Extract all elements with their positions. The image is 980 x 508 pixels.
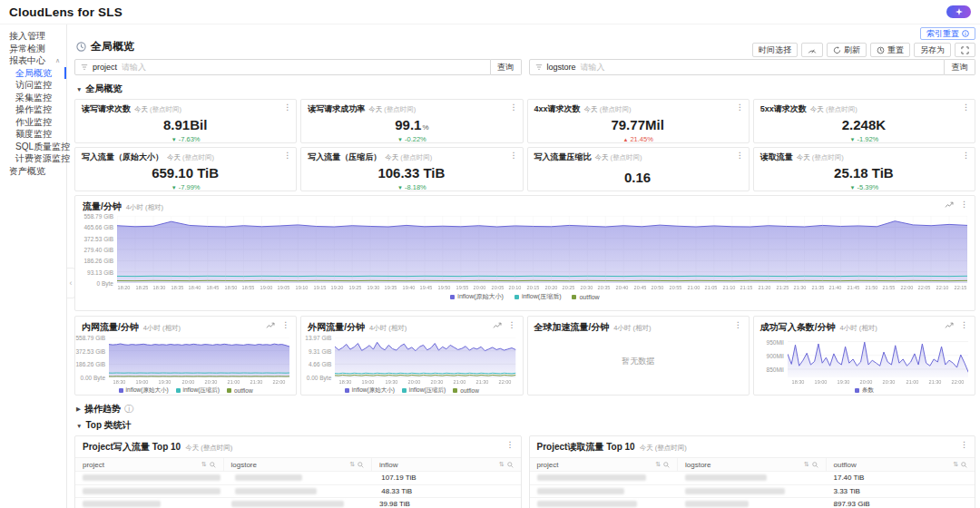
- sidebar-item-label: 接入管理: [9, 31, 45, 41]
- sidebar-item-操作监控[interactable]: 操作监控: [0, 103, 66, 116]
- project-search-button[interactable]: 查询: [491, 59, 522, 75]
- sidebar-item-接入管理[interactable]: 接入管理: [0, 30, 66, 43]
- drilldown-icon[interactable]: [266, 322, 275, 329]
- column-header-project[interactable]: project⇅: [75, 458, 224, 471]
- legend-item[interactable]: inflow(压缩后): [176, 386, 220, 395]
- column-search-icon[interactable]: [663, 462, 670, 468]
- index-reset-button[interactable]: 索引重置: [920, 27, 975, 40]
- more-icon[interactable]: ⋮: [510, 103, 518, 112]
- sort-icon[interactable]: ⇅: [953, 461, 958, 468]
- column-header-logstore[interactable]: logstore⇅: [678, 458, 827, 471]
- more-icon[interactable]: ⋮: [506, 441, 514, 449]
- more-icon[interactable]: ⋮: [508, 321, 516, 329]
- table-row[interactable]: 39.98 TiB: [75, 497, 521, 508]
- sidebar-item-SQL质量监控[interactable]: SQL质量监控: [0, 141, 66, 153]
- main-content: 全局概览 索引重置 时间选择 刷新: [67, 24, 980, 508]
- legend-item[interactable]: inflow(原始大小): [450, 292, 504, 301]
- more-icon[interactable]: ⋮: [960, 441, 968, 449]
- column-search-icon[interactable]: [210, 462, 216, 468]
- sidebar-item-采集监控[interactable]: 采集监控: [0, 92, 66, 104]
- auto-refresh-gauge-button[interactable]: [801, 43, 823, 57]
- sidebar-item-额度监控[interactable]: 额度监控: [0, 128, 66, 141]
- more-icon[interactable]: ⋮: [960, 321, 968, 329]
- sort-icon[interactable]: ⇅: [804, 461, 809, 468]
- section-overview[interactable]: ▼ 全局概览: [76, 83, 975, 95]
- drilldown-icon[interactable]: [493, 322, 502, 329]
- chart-legend: inflow(原始大小)inflow(压缩后)outflow: [308, 386, 515, 395]
- legend-item[interactable]: inflow(原始大小): [119, 386, 169, 395]
- metric-period: 今天 (整点时间): [385, 153, 432, 162]
- section-top-stats[interactable]: ▼ Top 类统计: [76, 419, 975, 432]
- y-tick-label: 13.97 GiB: [305, 335, 331, 341]
- sidebar-item-报表中心[interactable]: 报表中心∧: [0, 54, 66, 67]
- legend-label: outflow: [234, 387, 253, 394]
- column-search-icon[interactable]: [358, 462, 364, 468]
- reset-button[interactable]: 重置: [870, 43, 910, 57]
- x-tick-label: 19:20: [331, 285, 344, 290]
- logstore-filter-input[interactable]: logstore 请输入: [529, 59, 946, 75]
- x-tick-label: 19:30: [367, 285, 379, 290]
- legend-item[interactable]: inflow(压缩后): [402, 386, 446, 395]
- sort-icon[interactable]: ⇅: [349, 461, 355, 468]
- column-search-icon[interactable]: [961, 462, 967, 468]
- table-row[interactable]: 3.33 TiB: [530, 484, 975, 498]
- drilldown-icon[interactable]: [945, 322, 954, 329]
- column-header-outflow[interactable]: outflow⇅: [827, 458, 975, 471]
- sidebar-item-计费资源监控[interactable]: 计费资源监控: [0, 152, 66, 165]
- table-row[interactable]: 897.93 GiB: [530, 497, 975, 508]
- fullscreen-button[interactable]: [955, 43, 975, 57]
- table-row[interactable]: 107.19 TiB: [75, 471, 521, 484]
- sort-icon[interactable]: ⇅: [655, 461, 661, 468]
- project-outflow-top10-table: Project读取流量 Top 10 今天 (整点时间) ⋮ project⇅l…: [529, 435, 976, 508]
- x-tick-label: 21:00: [906, 379, 918, 385]
- more-icon[interactable]: ⋮: [281, 321, 289, 329]
- sidebar-item-访问监控[interactable]: 访问监控: [0, 79, 66, 92]
- chart-time-range: 4小时 (相对): [369, 324, 407, 333]
- column-search-icon[interactable]: [812, 462, 818, 468]
- column-search-icon[interactable]: [507, 462, 514, 468]
- more-icon[interactable]: ⋮: [962, 151, 970, 160]
- project-filter-input[interactable]: project 请输入: [74, 59, 491, 75]
- more-icon[interactable]: ⋮: [510, 151, 518, 160]
- sidebar-item-资产概览[interactable]: 资产概览: [0, 165, 66, 178]
- legend-item[interactable]: inflow(压缩后): [514, 292, 562, 301]
- chart-plot-area[interactable]: [335, 337, 515, 377]
- sort-icon[interactable]: ⇅: [201, 461, 207, 468]
- legend-item[interactable]: 条数: [855, 386, 874, 395]
- more-icon[interactable]: ⋮: [736, 151, 744, 160]
- legend-item[interactable]: inflow(原始大小): [345, 386, 395, 395]
- refresh-button[interactable]: 刷新: [827, 43, 867, 57]
- sidebar-item-全局概览[interactable]: 全局概览: [0, 67, 66, 80]
- sort-icon[interactable]: ⇅: [499, 461, 505, 468]
- legend-item[interactable]: outflow: [453, 386, 479, 395]
- drilldown-icon[interactable]: [945, 201, 954, 209]
- save-as-button[interactable]: 另存为: [914, 43, 951, 57]
- column-header-project[interactable]: project⇅: [530, 458, 679, 471]
- sidebar-item-异常检测[interactable]: 异常检测: [0, 43, 66, 55]
- more-icon[interactable]: ⋮: [736, 103, 744, 112]
- column-header-icons: ⇅: [953, 461, 967, 468]
- table-row[interactable]: 17.40 TiB: [530, 471, 975, 484]
- chart-plot-area[interactable]: [117, 216, 967, 283]
- more-icon[interactable]: ⋮: [734, 321, 742, 329]
- x-tick-label: 21:05: [705, 285, 718, 290]
- sidebar-item-label: 全局概览: [15, 68, 52, 78]
- more-icon[interactable]: ⋮: [283, 103, 291, 112]
- more-icon[interactable]: ⋮: [283, 151, 291, 160]
- legend-item[interactable]: outflow: [572, 292, 599, 301]
- chart-plot-area[interactable]: [109, 337, 289, 377]
- chevron-up-icon[interactable]: ∧: [55, 54, 60, 67]
- column-header-inflow[interactable]: inflow⇅: [372, 458, 521, 471]
- table-row[interactable]: 48.33 TiB: [75, 484, 521, 498]
- ai-assistant-button[interactable]: [946, 5, 971, 18]
- section-op-trend[interactable]: ▶ 操作趋势 ⓘ: [76, 403, 975, 415]
- sidebar-item-作业监控[interactable]: 作业监控: [0, 116, 66, 129]
- legend-item[interactable]: outflow: [227, 386, 253, 395]
- column-header-logstore[interactable]: logstore⇅: [224, 458, 373, 471]
- x-tick-label: 21:35: [811, 285, 824, 290]
- chart-plot-area[interactable]: [788, 337, 968, 377]
- time-select-button[interactable]: 时间选择: [752, 43, 798, 57]
- logstore-search-button[interactable]: 查询: [945, 59, 975, 75]
- more-icon[interactable]: ⋮: [960, 200, 968, 209]
- more-icon[interactable]: ⋮: [962, 103, 970, 112]
